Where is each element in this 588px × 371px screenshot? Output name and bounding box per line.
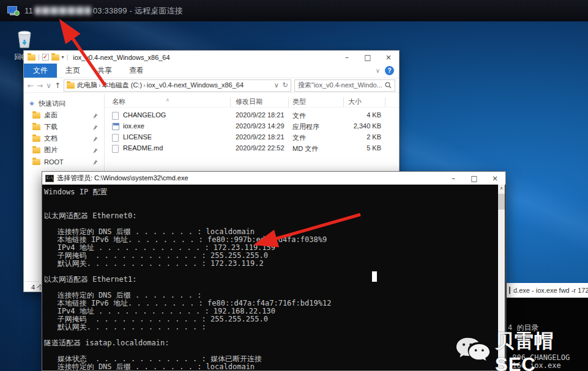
sidebar-item-label: 文档 — [44, 134, 58, 143]
cmd-output-line: 以太网适配器 Ethernet1: — [44, 276, 505, 284]
file-type: MD 文件 — [292, 144, 318, 153]
pin-icon — [92, 159, 98, 166]
address-dropdown-icon[interactable]: ∨ — [274, 81, 279, 89]
rdp-title-suffix: 03:33899 - 远程桌面连接 — [93, 6, 183, 17]
file-date: 2020/9/22 22:52 — [236, 144, 285, 152]
new-folder-icon[interactable] — [51, 54, 59, 61]
tab-share[interactable]: 共享 — [89, 64, 121, 78]
table-row[interactable]: README.md2020/9/22 22:52MD 文件5 KB — [105, 143, 399, 154]
column-headers: ∧ 名称 修改日期 类型 大小 — [105, 94, 399, 108]
tab-view[interactable]: 查看 — [121, 64, 152, 78]
breadcrumb-separator: › — [99, 81, 101, 89]
search-icon[interactable] — [385, 82, 392, 89]
column-header-name[interactable]: 名称 — [112, 97, 125, 106]
breadcrumb-item[interactable]: 本地磁盘 (C:) — [102, 81, 142, 89]
expand-ribbon-icon[interactable]: ∨ — [376, 67, 380, 74]
tab-home[interactable]: 主页 — [57, 64, 89, 78]
file-name[interactable]: CHANGELOG — [123, 111, 166, 119]
cmd-window[interactable]: 选择管理员: C:\Windows\system32\cmd.exe – □ ×… — [42, 171, 506, 371]
breadcrumb-item[interactable]: iox_v0.4-next_Windows_x86_64 — [147, 81, 244, 89]
file-name[interactable]: LICENSE — [123, 133, 152, 141]
refresh-icon[interactable]: ↻ — [283, 81, 288, 89]
sort-ascending-icon: ∧ — [166, 97, 169, 103]
column-header-date[interactable]: 修改日期 — [236, 97, 262, 106]
cmd-output-line: 隧道适配器 isatap.localdomain: — [44, 339, 505, 347]
explorer-titlebar[interactable]: | ✓ ▾ | iox_v0.4-next_Windows_x86_64 – □… — [24, 51, 399, 64]
redacted-ip — [35, 7, 91, 15]
cmd-output-line: 默认网关. . . . . . . . . . . . . : 172.23.1… — [44, 260, 505, 268]
cmd-window-title: 选择管理员: C:\Windows\system32\cmd.exe — [57, 174, 188, 183]
recycle-bin-icon — [13, 28, 35, 50]
sidebar-item-下载[interactable]: 下载 — [24, 121, 104, 133]
file-size: 2,340 KB — [325, 122, 381, 130]
table-row[interactable]: iox.exe2020/9/23 14:29应用程序2,340 KB — [105, 121, 399, 132]
chevron-down-icon[interactable]: ▾ — [62, 54, 64, 60]
sidebar-item-文档[interactable]: 文档 — [24, 133, 104, 144]
sidebar-item-label: 下载 — [44, 122, 58, 131]
column-header-type[interactable]: 类型 — [292, 97, 306, 106]
pin-icon — [92, 125, 98, 130]
scrollbar-thumb[interactable] — [498, 194, 505, 210]
pin-icon — [92, 136, 98, 142]
file-date: 2020/9/22 18:21 — [236, 111, 285, 119]
background-window-title: d.exe - iox.exe fwd -r 172.23 — [513, 287, 588, 294]
file-date: 2020/9/23 14:29 — [236, 122, 285, 130]
ribbon-tabs: 文件 主页 共享 查看 ∨ ? — [24, 64, 399, 78]
cmd-icon — [45, 175, 54, 182]
background-window-titlebar[interactable]: d.exe - iox.exe fwd -r 172.23 — [507, 283, 588, 298]
maximize-button[interactable]: □ — [464, 172, 485, 185]
back-icon[interactable]: ← — [28, 81, 34, 90]
help-icon[interactable]: ? — [385, 66, 394, 75]
file-type: 文件 — [292, 133, 306, 142]
rdp-title-prefix: 11 — [24, 6, 33, 15]
up-icon[interactable]: ↑ — [54, 81, 61, 90]
search-input[interactable]: 搜索"iox_v0.4-next_Windo... — [294, 79, 395, 92]
pin-icon — [92, 148, 98, 153]
application-icon — [112, 123, 119, 130]
file-name[interactable]: iox.exe — [123, 122, 144, 130]
minimize-button[interactable]: – — [443, 172, 464, 185]
folder-icon — [28, 54, 35, 61]
column-header-size[interactable]: 大小 — [348, 97, 362, 106]
breadcrumb: 此电脑›本地磁盘 (C:)›iox_v0.4-next_Windows_x86_… — [77, 81, 244, 90]
close-button[interactable]: × — [485, 172, 505, 185]
pin-icon — [92, 112, 98, 120]
text-cursor-block — [372, 271, 377, 282]
recent-locations-icon[interactable]: ∨ — [46, 81, 51, 90]
sidebar-item-label: 图片 — [44, 145, 58, 155]
file-size: 2 KB — [325, 133, 381, 141]
forward-icon[interactable]: → — [37, 81, 43, 90]
sidebar-item-ROOT[interactable]: ROOT — [24, 156, 104, 167]
minimize-button[interactable]: – — [337, 51, 357, 64]
folder-icon — [67, 83, 75, 89]
table-row[interactable]: CHANGELOG2020/9/22 18:21文件4 KB — [105, 110, 399, 121]
maximize-button[interactable]: □ — [357, 51, 378, 64]
file-size: 4 KB — [325, 111, 381, 119]
sidebar-item-quick-access[interactable]: ★ 快速访问 — [24, 98, 104, 109]
rdp-title: 11 03:33899 - 远程桌面连接 — [24, 6, 183, 17]
rdp-titlebar: 11 03:33899 - 远程桌面连接 — [0, 0, 588, 21]
close-button[interactable]: × — [378, 51, 399, 64]
file-name[interactable]: README.md — [123, 144, 163, 152]
rdp-connection-icon — [7, 6, 20, 16]
breadcrumb-item[interactable]: 此电脑 — [77, 81, 97, 89]
table-row[interactable]: LICENSE2020/9/22 18:21文件2 KB — [105, 132, 399, 143]
sidebar-item-label: 桌面 — [44, 111, 58, 120]
file-icon — [112, 112, 119, 120]
sidebar-item-桌面[interactable]: 桌面 — [24, 109, 104, 121]
address-bar[interactable]: 此电脑›本地磁盘 (C:)›iox_v0.4-next_Windows_x86_… — [64, 79, 291, 92]
sidebar-item-label: ROOT — [44, 158, 64, 166]
scroll-up-icon[interactable]: ∧ — [498, 185, 505, 192]
tab-file[interactable]: 文件 — [24, 64, 57, 78]
sidebar-item-label: 快速访问 — [39, 99, 65, 108]
cmd-icon — [509, 287, 510, 294]
cmd-titlebar[interactable]: 选择管理员: C:\Windows\system32\cmd.exe – □ × — [42, 172, 505, 185]
folder-icon — [32, 124, 40, 130]
pin-icon — [92, 113, 98, 119]
folder-icon — [32, 112, 40, 119]
wechat-icon — [456, 336, 490, 369]
quick-access-toolbar: | ✓ ▾ | — [28, 54, 68, 61]
properties-check-icon[interactable]: ✓ — [42, 54, 49, 61]
sidebar-item-图片[interactable]: 图片 — [24, 144, 104, 156]
file-type: 应用程序 — [292, 122, 319, 131]
